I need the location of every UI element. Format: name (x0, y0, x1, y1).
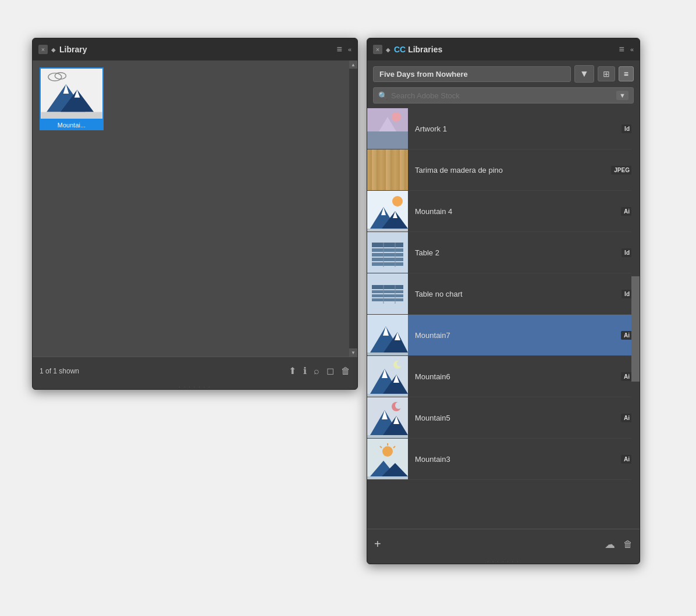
svg-rect-27 (367, 273, 408, 314)
item-name-mountain4: Mountain 4 (415, 207, 452, 216)
cc-cloud-icon[interactable]: ☁ (605, 538, 615, 551)
library-scroll-up[interactable]: ▲ (349, 60, 357, 69)
svg-point-42 (397, 361, 403, 366)
resize-dots-icon: · · · · · · · (179, 384, 211, 390)
library-count: 1 of 1 shown (40, 367, 79, 375)
cc-view-grid-button[interactable]: ⊞ (598, 66, 615, 81)
cc-footer: + ☁ 🗑 (367, 529, 640, 559)
cc-view-list-button[interactable]: ≡ (619, 66, 634, 81)
cc-search-filter-button[interactable]: ▼ (616, 91, 628, 100)
svg-rect-28 (372, 285, 403, 289)
item-name-table-nochart: Table no chart (415, 290, 463, 298)
svg-point-11 (392, 112, 401, 122)
cc-trash-button[interactable]: 🗑 (623, 539, 633, 550)
library-place-button[interactable]: ◻ (326, 365, 334, 376)
library-thumbnail (40, 67, 104, 120)
cc-titlebar: × ◆ CC Libraries ≡ « (367, 38, 640, 60)
list-item[interactable]: Table 2 Id (367, 232, 640, 273)
library-title-left: × ◆ Library (38, 45, 87, 54)
item-name-mountain7: Mountain7 (415, 331, 450, 340)
library-delete-button[interactable]: 🗑 (341, 366, 350, 376)
list-item-selected[interactable]: Mountain7 Ai (367, 315, 640, 356)
cc-search-bar[interactable]: 🔍 ▼ (373, 87, 634, 104)
cc-collapse-button[interactable]: « (630, 46, 634, 53)
mountain5-thumb-svg (367, 397, 408, 438)
svg-rect-20 (372, 243, 403, 247)
item-name-table2: Table 2 (415, 248, 439, 257)
item-badge-mountain5: Ai (621, 414, 633, 422)
table-nochart-thumb-svg (367, 273, 408, 314)
library-collapse-button[interactable]: « (348, 46, 351, 53)
svg-rect-55 (367, 435, 408, 438)
cc-library-name: Five Days from Nowhere (379, 70, 468, 79)
list-item[interactable]: Table no chart Id (367, 273, 640, 315)
cc-library-dropdown-arrow[interactable]: ▼ (574, 65, 594, 83)
item-thumbnail-artwork (367, 108, 408, 149)
cc-library-toolbar: Five Days from Nowhere ▼ ⊞ ≡ (367, 60, 640, 87)
svg-rect-30 (372, 294, 403, 297)
svg-rect-9 (367, 131, 408, 149)
cc-add-button[interactable]: + (374, 537, 381, 551)
list-item[interactable]: Mountain 4 Ai (367, 191, 640, 232)
cc-resize-handle[interactable]: · · · · · · · (367, 559, 640, 564)
svg-rect-29 (372, 290, 403, 293)
library-item-label: Mountai... (40, 120, 104, 130)
cc-title-text: CC Libraries (394, 45, 442, 54)
svg-rect-47 (367, 394, 408, 397)
library-item-mountain[interactable]: Mountai... (40, 67, 104, 130)
svg-rect-19 (367, 232, 408, 273)
list-item[interactable]: Tarima de madera de pino JPEG (367, 149, 640, 191)
item-name-wood: Tarima de madera de pino (415, 166, 503, 175)
item-thumbnail-mountain3 (367, 439, 408, 479)
item-name-mountain3: Mountain3 (415, 455, 450, 464)
list-item[interactable]: Artwork 1 Id (367, 108, 640, 149)
item-thumbnail-mountain6 (367, 356, 408, 397)
library-scroll-down[interactable]: ▼ (349, 348, 357, 357)
item-info-mountain3: Mountain3 Ai (408, 450, 640, 468)
library-titlebar: × ◆ Library ≡ « (33, 38, 357, 60)
library-footer-actions: ⬆ ℹ ⌕ ◻ 🗑 (289, 365, 350, 376)
item-name-mountain5: Mountain5 (415, 414, 450, 422)
library-search-button[interactable]: ⌕ (314, 366, 319, 376)
cc-library-dropdown[interactable]: Five Days from Nowhere (373, 66, 571, 82)
item-info-wood: Tarima de madera de pino JPEG (408, 161, 640, 179)
item-info-mountain4: Mountain 4 Ai (408, 202, 640, 220)
library-upload-button[interactable]: ⬆ (289, 365, 296, 376)
list-item[interactable]: Mountain5 Ai (367, 397, 640, 439)
search-icon: 🔍 (378, 91, 388, 100)
svg-rect-21 (372, 248, 403, 252)
mountain4-thumb-svg (367, 191, 408, 232)
cc-items-scrollbar[interactable] (631, 108, 640, 529)
svg-rect-18 (367, 229, 408, 232)
item-name-artwork: Artwork 1 (415, 124, 447, 133)
item-thumbnail-mountain5 (367, 397, 408, 438)
library-close-button[interactable]: × (38, 45, 48, 54)
list-item[interactable]: Mountain3 Ai (367, 439, 640, 480)
cc-title-left: × ◆ CC Libraries (373, 45, 442, 54)
cc-libraries-panel: × ◆ CC Libraries ≡ « Five Days from Nowh… (367, 38, 640, 564)
library-scrollbar[interactable]: ▲ ▼ (349, 60, 357, 357)
library-resize-handle[interactable]: · · · · · · · (33, 384, 357, 389)
library-info-button[interactable]: ℹ (303, 365, 307, 376)
list-item[interactable]: Mountain6 Ai (367, 356, 640, 397)
item-info-mountain6: Mountain6 Ai (408, 368, 640, 386)
cc-scrollbar-thumb[interactable] (631, 276, 640, 382)
library-menu-button[interactable]: ≡ (337, 45, 342, 54)
item-info-artwork: Artwork 1 Id (408, 120, 640, 138)
cc-close-button[interactable]: × (373, 45, 382, 54)
svg-point-50 (395, 402, 402, 409)
item-thumbnail-mountain4 (367, 191, 408, 232)
item-thumbnail-table-nochart (367, 273, 408, 314)
svg-rect-23 (372, 258, 403, 261)
library-scroll-track[interactable] (349, 69, 357, 348)
cc-search-input[interactable] (391, 91, 613, 100)
cc-items-list: Artwork 1 Id Tarima de madera de pino JP… (367, 108, 640, 529)
cc-menu-button[interactable]: ≡ (619, 45, 624, 54)
item-badge-mountain6: Ai (621, 372, 633, 381)
item-thumbnail-mountain7 (367, 315, 408, 355)
item-info-table-nochart: Table no chart Id (408, 285, 640, 303)
library-title-text: Library (59, 45, 87, 54)
mountain-illustration (41, 69, 102, 119)
item-badge-mountain4: Ai (621, 207, 633, 216)
library-content: ▲ ▼ (33, 60, 357, 357)
